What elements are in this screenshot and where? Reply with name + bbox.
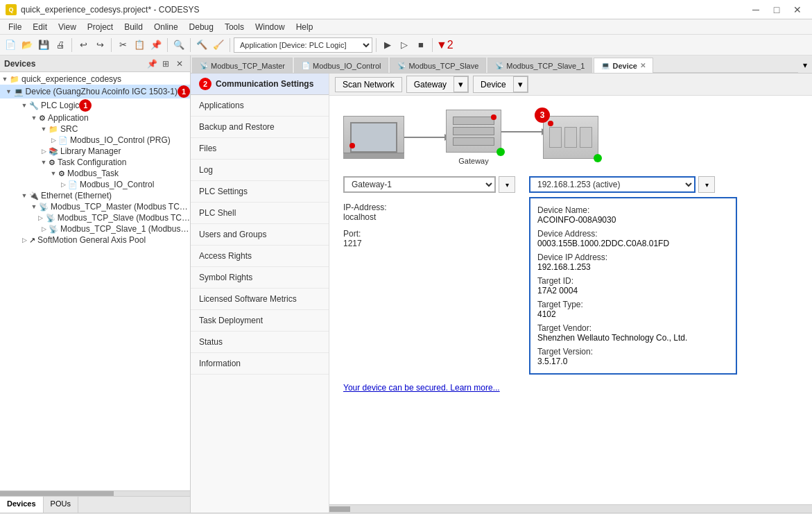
expand-modbus-io[interactable]: ▷: [49, 137, 58, 144]
menu-file[interactable]: File: [3, 21, 27, 33]
cut-button[interactable]: ✂: [115, 37, 130, 53]
menu-item-information[interactable]: Information: [191, 353, 329, 375]
menu-item-task-deployment[interactable]: Task Deployment: [191, 310, 329, 332]
menu-view[interactable]: View: [53, 21, 82, 33]
secure-link[interactable]: Your device can be secured. Learn more..…: [343, 383, 500, 393]
tab-modbus-tcp-slave1[interactable]: 📡 Modbus_TCP_Slave_1: [487, 58, 592, 73]
copy-button[interactable]: 📋: [132, 37, 147, 53]
tree-node-modbus-io2[interactable]: ▷ 📄 Modbus_IO_Control: [0, 179, 190, 190]
gateway-button[interactable]: Gateway: [407, 76, 453, 92]
expand-application[interactable]: ▼: [29, 114, 39, 121]
menu-debug[interactable]: Debug: [184, 21, 219, 33]
tab-modbus-tcp-master[interactable]: 📡 Modbus_TCP_Master: [192, 58, 293, 73]
clean-button[interactable]: 🧹: [211, 37, 226, 53]
sidebar-tab-pous[interactable]: POUs: [44, 497, 78, 513]
print-button[interactable]: 🖨: [53, 37, 68, 53]
tab-device-close[interactable]: ✕: [640, 62, 646, 69]
expand-library[interactable]: ▷: [39, 148, 49, 155]
sidebar-hscroll[interactable]: [0, 490, 190, 496]
bottom-hscroll[interactable]: [329, 504, 812, 513]
menu-item-status[interactable]: Status: [191, 332, 329, 353]
device-dropdown-button[interactable]: ▾: [513, 76, 528, 92]
application-dropdown[interactable]: Application [Device: PLC Logic]: [234, 37, 372, 53]
tab-device[interactable]: 💻 Device ✕: [594, 58, 653, 73]
expand-softmotion[interactable]: ▷: [19, 237, 29, 243]
device-control: Device ▾: [473, 76, 528, 93]
menu-item-access-rights[interactable]: Access Rights: [191, 246, 329, 267]
tree-node-device[interactable]: ▼ 💻 Device (GuangZhou Acoinfo IGC 1503-1…: [0, 85, 190, 98]
tree-node-softmotion[interactable]: ▷ ↗ SoftMotion General Axis Pool: [0, 234, 190, 246]
menu-item-applications[interactable]: Applications: [191, 95, 329, 117]
paste-button[interactable]: 📌: [148, 37, 164, 53]
open-button[interactable]: 📂: [19, 37, 35, 53]
tab-modbus-io-control[interactable]: 📄 Modbus_IO_Control: [294, 58, 388, 73]
menu-window[interactable]: Window: [250, 21, 291, 33]
stop-button[interactable]: ■: [413, 37, 429, 53]
tab-dropdown-button[interactable]: ▾: [798, 58, 812, 73]
maximize-button[interactable]: □: [768, 3, 786, 17]
toolbar-sep-7: [432, 38, 433, 52]
undo-button[interactable]: ↩: [76, 37, 91, 53]
menu-item-files[interactable]: Files: [191, 138, 329, 160]
tree-node-src[interactable]: ▼ 📁 SRC: [0, 123, 190, 135]
redo-button[interactable]: ↪: [92, 37, 107, 53]
expand-device[interactable]: ▼: [4, 88, 14, 95]
start-button[interactable]: ▷: [397, 37, 412, 53]
sidebar-pin-button[interactable]: 📌: [146, 58, 158, 70]
gateway-select[interactable]: Gateway-1: [343, 176, 496, 193]
save-button[interactable]: 💾: [36, 37, 51, 53]
menu-online[interactable]: Online: [148, 21, 184, 33]
menu-item-users-groups[interactable]: Users and Groups: [191, 224, 329, 246]
build-button[interactable]: 🔨: [194, 37, 209, 53]
tab-modbus-tcp-slave[interactable]: 📡 Modbus_TCP_Slave: [390, 58, 486, 73]
device-select-arrow[interactable]: ▾: [698, 176, 715, 193]
menu-item-symbol-rights[interactable]: Symbol Rights: [191, 267, 329, 289]
tree-node-modbus-tcp-slave1[interactable]: ▷ 📡 Modbus_TCP_Slave_1 (Modbus…: [0, 223, 190, 234]
tree-node-modbus-task[interactable]: ▼ ⚙ Modbus_Task: [0, 168, 190, 179]
menu-item-plc-settings[interactable]: PLC Settings: [191, 181, 329, 203]
tree-node-task-config[interactable]: ▼ ⚙ Task Configuration: [0, 157, 190, 168]
expand-src[interactable]: ▼: [39, 126, 49, 132]
tree-node-application[interactable]: ▼ ⚙ Application: [0, 112, 190, 123]
scan-network-button[interactable]: Scan Network: [335, 77, 402, 92]
sidebar-tab-devices[interactable]: Devices: [0, 497, 44, 513]
tree-node-plclogic[interactable]: ▼ 🔧 PLC Logic 1: [0, 98, 190, 112]
gateway-select-arrow[interactable]: ▾: [499, 176, 515, 193]
sidebar-expand-button[interactable]: ⊞: [159, 58, 172, 70]
menu-tools[interactable]: Tools: [219, 21, 250, 33]
tree-node-modbus-tcp-master[interactable]: ▼ 📡 Modbus_TCP_Master (Modbus TC…: [0, 201, 190, 212]
tree-node-ethernet[interactable]: ▼ 🔌 Ethernet (Ethernet): [0, 190, 190, 201]
menu-item-plc-shell[interactable]: PLC Shell: [191, 203, 329, 224]
expand-task-config[interactable]: ▼: [39, 159, 49, 166]
expand-plclogic[interactable]: ▼: [19, 102, 29, 109]
tree-node-modbus-tcp-slave[interactable]: ▷ 📡 Modbus_TCP_Slave (Modbus TC…: [0, 212, 190, 223]
expand-modbus-task[interactable]: ▼: [49, 170, 58, 177]
menu-item-backup[interactable]: Backup and Restore: [191, 117, 329, 138]
modbus-tcp-master-label: Modbus_TCP_Master (Modbus TC…: [51, 202, 188, 212]
expand-root[interactable]: ▼: [0, 76, 10, 83]
new-button[interactable]: 📄: [3, 37, 18, 53]
sidebar-close-button[interactable]: ✕: [173, 58, 186, 70]
expand-modbus-tcp-slave[interactable]: ▷: [36, 214, 46, 221]
device-button[interactable]: Device: [474, 76, 513, 92]
menu-help[interactable]: Help: [291, 21, 319, 33]
modbus-tcp-slave-icon: 📡: [46, 214, 55, 223]
menu-item-log[interactable]: Log: [191, 160, 329, 181]
menu-edit[interactable]: Edit: [27, 21, 53, 33]
close-button[interactable]: ✕: [788, 3, 806, 17]
tree-node-library[interactable]: ▷ 📚 Library Manager: [0, 146, 190, 157]
menu-project[interactable]: Project: [82, 21, 119, 33]
expand-modbus-tcp-master[interactable]: ▼: [29, 203, 39, 210]
find-button[interactable]: 🔍: [171, 37, 187, 53]
expand-modbus-tcp-slave1[interactable]: ▷: [39, 225, 49, 232]
tree-node-root[interactable]: ▼ 📁 quick_experience_codesys: [0, 74, 190, 85]
device-select[interactable]: 192.168.1.253 (active): [529, 176, 696, 193]
menu-build[interactable]: Build: [119, 21, 148, 33]
expand-modbus-io2[interactable]: ▷: [58, 181, 68, 188]
tree-node-modbus-io-control[interactable]: ▷ 📄 Modbus_IO_Control (PRG): [0, 135, 190, 146]
menu-item-licensed-software[interactable]: Licensed Software Metrics: [191, 289, 329, 310]
minimize-button[interactable]: ─: [747, 3, 765, 17]
expand-ethernet[interactable]: ▼: [19, 192, 29, 199]
gateway-dropdown-button[interactable]: ▾: [453, 76, 468, 92]
login-button[interactable]: ▶: [380, 37, 395, 53]
